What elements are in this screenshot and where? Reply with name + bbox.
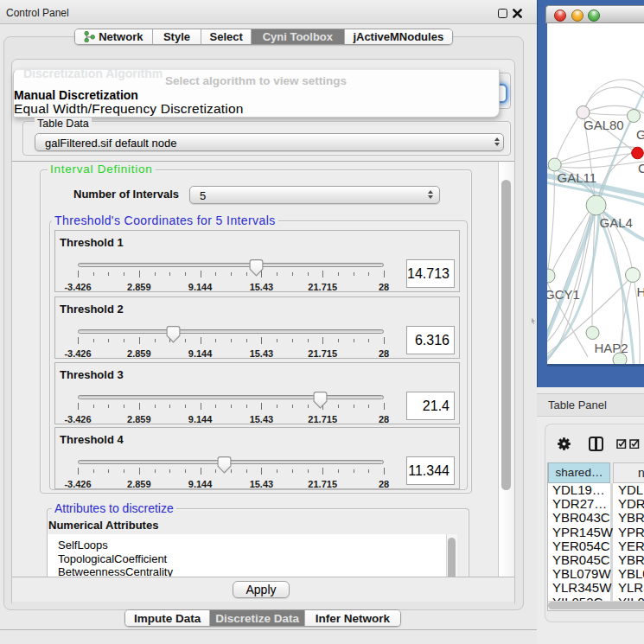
svg-text:GAL80: GAL80 — [583, 118, 624, 132]
svg-text:HA: HA — [637, 284, 644, 299]
svg-text:C: C — [638, 161, 644, 175]
svg-text:GAL4: GAL4 — [600, 215, 633, 230]
svg-text:GCY1: GCY1 — [547, 287, 580, 302]
svg-text:GA: GA — [636, 127, 644, 142]
svg-text:GAL11: GAL11 — [558, 170, 597, 185]
svg-text:HAP2: HAP2 — [595, 341, 628, 355]
